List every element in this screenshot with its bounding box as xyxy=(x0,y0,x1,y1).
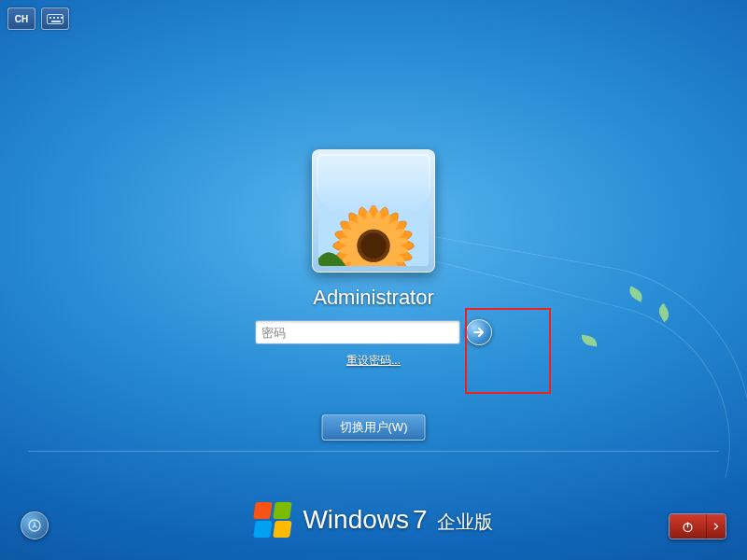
reset-password-link[interactable]: 重设密码... xyxy=(346,353,401,369)
username-label: Administrator xyxy=(313,286,434,310)
chevron-right-icon xyxy=(712,522,721,531)
brand-name: Windows xyxy=(303,505,409,535)
arrow-right-icon xyxy=(472,325,486,340)
switch-user-button[interactable]: 切换用户(W) xyxy=(322,414,426,441)
divider xyxy=(28,451,719,452)
windows-logo-icon xyxy=(254,500,293,539)
keyboard-icon xyxy=(47,14,63,24)
svg-point-23 xyxy=(360,233,387,259)
power-button[interactable] xyxy=(669,514,707,539)
background-decoration xyxy=(627,286,646,302)
power-options-button[interactable] xyxy=(707,514,726,539)
background-decoration xyxy=(655,303,672,323)
on-screen-keyboard-button[interactable] xyxy=(41,7,69,30)
ease-of-access-button[interactable] xyxy=(21,511,49,539)
password-input[interactable] xyxy=(255,320,460,344)
user-avatar xyxy=(312,149,435,273)
flower-icon xyxy=(318,156,429,266)
submit-button[interactable] xyxy=(466,319,492,345)
ime-language-label: CH xyxy=(15,14,28,24)
background-decoration xyxy=(580,335,598,347)
ime-language-button[interactable]: CH xyxy=(7,7,35,30)
windows-branding: Windows 7 企业版 xyxy=(254,500,492,539)
accessibility-icon xyxy=(27,518,42,533)
brand-edition: 企业版 xyxy=(437,510,493,535)
brand-version: 7 xyxy=(413,505,428,535)
power-icon xyxy=(681,520,695,534)
